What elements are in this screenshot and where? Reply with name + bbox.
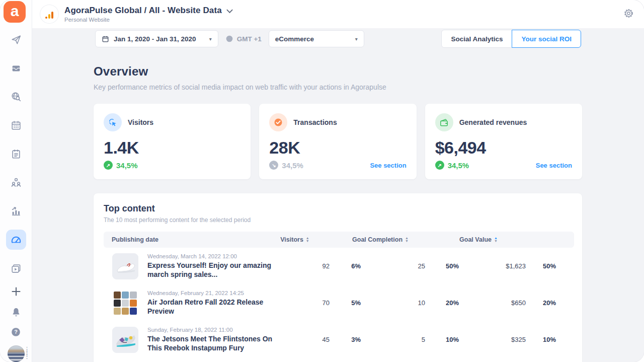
svg-text:?: ? xyxy=(14,329,18,335)
notifications-icon[interactable] xyxy=(10,306,22,318)
post-title: Air Jordan Retro Fall 2022 Release Previ… xyxy=(147,298,279,316)
post-date: Wednesday, February 21, 2022 14:25 xyxy=(147,290,279,296)
page-subtitle: Personal Website xyxy=(64,17,233,23)
table-row[interactable]: Sunday, February 18, 2022 11:00 The Jets… xyxy=(104,321,574,358)
post-date: Sunday, February 18, 2022 11:00 xyxy=(147,327,279,333)
community-icon[interactable] xyxy=(10,176,22,188)
timezone-indicator: GMT +1 xyxy=(225,35,262,43)
agorapulse-logo[interactable]: a xyxy=(4,1,26,23)
user-avatar[interactable] xyxy=(8,345,25,362)
visitors-count: 70 xyxy=(299,299,330,307)
social-roi-tab[interactable]: Your social ROI xyxy=(512,30,581,48)
revenues-trend-value: 34,5% xyxy=(448,161,469,170)
top-content-subtitle: The 10 most performing content for the s… xyxy=(104,216,574,224)
settings-gear-icon[interactable] xyxy=(623,8,634,21)
sidebar: a xyxy=(0,0,32,362)
goal-value-pct: 20% xyxy=(526,299,556,307)
revenues-see-section-link[interactable]: See section xyxy=(536,162,572,169)
visitors-trend: ↗ 34,5% xyxy=(104,161,138,170)
kebab-menu-icon[interactable]: ⋮⋮⋮ xyxy=(24,347,30,358)
post-title: The Jetsons Meet The Flintstones On This… xyxy=(147,334,279,353)
segment-selected-value: eCommerce xyxy=(275,35,314,43)
caret-down-icon: ▾ xyxy=(355,36,358,42)
transactions-see-section-link[interactable]: See section xyxy=(370,162,406,169)
calendar-icon[interactable] xyxy=(10,119,22,131)
transactions-value: 28K xyxy=(269,138,406,158)
goal-completion-pct: 20% xyxy=(425,299,459,307)
top-header: AgoraPulse Global / All - Website Data P… xyxy=(32,0,644,28)
add-icon[interactable] xyxy=(10,285,22,298)
transactions-trend: ↘ 34,5% xyxy=(269,161,303,170)
caret-down-icon: ▾ xyxy=(209,36,212,42)
visitors-card: Visitors 1.4K ↗ 34,5% xyxy=(94,104,251,179)
library-icon[interactable] xyxy=(10,263,22,275)
clock-icon xyxy=(225,35,233,43)
table-row[interactable]: Wednesday, March 14, 2022 12:00 Express … xyxy=(104,248,574,284)
goal-completion-pct: 50% xyxy=(425,262,459,270)
view-switcher: Social Analytics Your social ROI xyxy=(441,30,581,48)
speedometer-icon xyxy=(10,234,22,246)
visitors-value: 1.4K xyxy=(104,138,240,158)
goal-completion-count: 10 xyxy=(361,299,425,307)
date-range-picker[interactable]: Jan 1, 2020 - Jan 31, 2020 ▾ xyxy=(95,30,218,47)
table-row[interactable]: Wednesday, February 21, 2022 14:25 Air J… xyxy=(104,284,574,321)
chevron-down-icon[interactable] xyxy=(226,7,233,16)
google-analytics-icon xyxy=(40,5,58,23)
check-circle-icon xyxy=(269,113,287,131)
trend-up-icon: ↗ xyxy=(435,161,444,170)
col-goal-value[interactable]: Goal Value ▲▼ xyxy=(428,236,529,243)
goal-value-amount: $650 xyxy=(459,299,526,307)
segment-select[interactable]: eCommerce ▾ xyxy=(269,30,364,47)
inbox-icon[interactable] xyxy=(10,62,22,75)
main-area: AgoraPulse Global / All - Website Data P… xyxy=(32,0,644,362)
social-analytics-tab[interactable]: Social Analytics xyxy=(441,30,512,48)
goal-completion-pct: 10% xyxy=(425,336,459,343)
cursor-click-icon xyxy=(104,113,122,131)
col-goal-completion[interactable]: Goal Completion ▲▼ xyxy=(333,236,428,243)
publish-icon[interactable] xyxy=(10,34,22,46)
goal-completion-count: 5 xyxy=(361,336,425,343)
sort-icon: ▲▼ xyxy=(494,237,498,242)
col-publishing-date: Publishing date xyxy=(104,236,257,243)
date-range-value: Jan 1, 2020 - Jan 31, 2020 xyxy=(114,35,196,43)
table-header: Publishing date Visitors ▲▼ Goal Complet… xyxy=(104,232,574,248)
visitors-count: 45 xyxy=(299,336,330,343)
calendar-small-icon xyxy=(102,35,109,43)
transactions-card: Transactions 28K ↘ 34,5% See section xyxy=(259,104,416,179)
help-icon[interactable]: ? xyxy=(10,326,22,338)
post-thumbnail xyxy=(112,327,138,353)
transactions-label: Transactions xyxy=(293,118,337,126)
trend-up-icon: ↗ xyxy=(104,161,113,170)
revenues-card: Generated revenues $6,494 ↗ 34,5% See se… xyxy=(425,104,582,179)
goal-completion-count: 25 xyxy=(361,262,425,270)
overview-subtitle: Key performance metrics of social media … xyxy=(94,83,582,91)
visitors-pct: 3% xyxy=(330,336,361,343)
sort-icon: ▲▼ xyxy=(405,237,409,242)
content-area: Overview Key performance metrics of soci… xyxy=(32,49,644,362)
timezone-label: GMT +1 xyxy=(237,35,262,43)
goal-value-pct: 10% xyxy=(526,336,556,343)
metric-cards: Visitors 1.4K ↗ 34,5% xyxy=(94,104,582,179)
trend-down-icon: ↘ xyxy=(269,161,278,170)
notes-icon[interactable] xyxy=(10,148,22,160)
listening-icon[interactable] xyxy=(10,91,22,103)
visitors-label: Visitors xyxy=(128,118,153,126)
post-date: Wednesday, March 14, 2022 12:00 xyxy=(147,253,279,259)
visitors-pct: 5% xyxy=(330,299,361,307)
visitors-count: 92 xyxy=(299,262,330,270)
app-window: a xyxy=(0,0,644,362)
revenues-value: $6,494 xyxy=(435,138,572,158)
visitors-trend-value: 34,5% xyxy=(116,161,138,170)
post-thumbnail xyxy=(112,253,138,279)
wallet-icon xyxy=(435,113,453,131)
col-visitors[interactable]: Visitors ▲▼ xyxy=(257,236,333,243)
post-title: Express Yourself! Enjoy our amazing marc… xyxy=(147,261,279,279)
transactions-trend-value: 34,5% xyxy=(282,161,303,170)
goal-value-pct: 50% xyxy=(526,262,556,270)
reports-icon[interactable] xyxy=(10,205,22,217)
roi-dashboard-active-item[interactable] xyxy=(6,230,26,249)
post-thumbnail xyxy=(112,290,138,316)
revenues-label: Generated revenues xyxy=(459,118,527,126)
overview-title: Overview xyxy=(94,64,582,79)
top-content-title: Top content xyxy=(104,203,574,214)
